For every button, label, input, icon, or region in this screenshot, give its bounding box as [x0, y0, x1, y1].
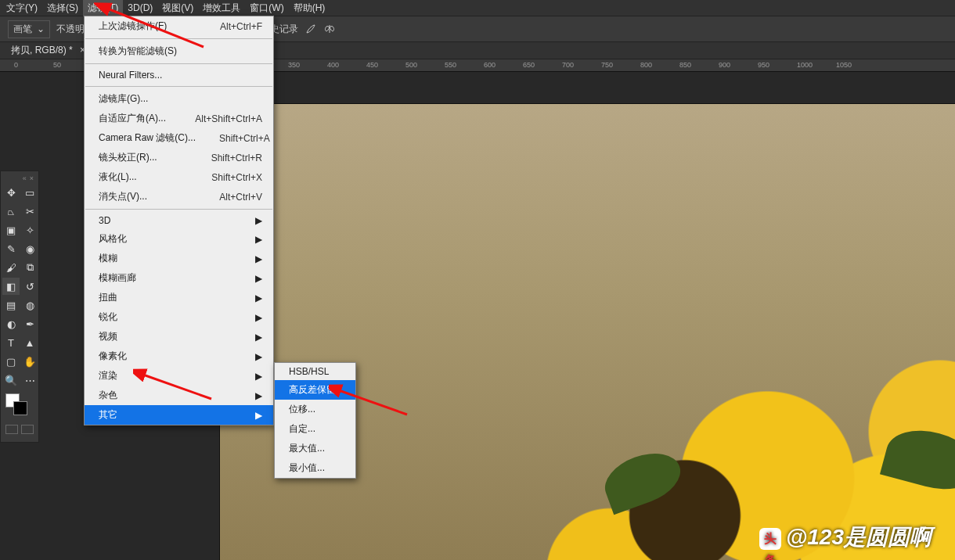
- brush-tool[interactable]: 🖌: [2, 259, 20, 276]
- menu-item-label: 3D: [99, 215, 255, 226]
- eyedropper-tool[interactable]: ✎: [2, 240, 20, 257]
- frame-tool[interactable]: ▣: [2, 221, 20, 239]
- menu-item[interactable]: Camera Raw 滤镜(C)...Shift+Ctrl+A: [85, 128, 273, 148]
- chevron-down-icon: ⌄: [37, 23, 45, 34]
- menu-item[interactable]: 选择(S): [42, 0, 83, 16]
- menu-shortcut: Shift+Ctrl+R: [211, 153, 262, 163]
- submenu-item[interactable]: 自定...: [275, 419, 355, 439]
- history-brush-tool[interactable]: ↺: [21, 278, 38, 295]
- screen-mode-buttons: [2, 425, 37, 434]
- gradient-tool[interactable]: ▤: [2, 296, 20, 314]
- filter-other-submenu: HSB/HSL高反差保留...位移...自定...最大值...最小值...: [274, 362, 356, 479]
- menu-item[interactable]: 转换为智能滤镜(S): [85, 41, 273, 61]
- menu-separator: [85, 209, 272, 210]
- brush-type-selector[interactable]: 画笔 ⌄: [8, 20, 50, 38]
- submenu-arrow-icon: ▶: [255, 410, 262, 421]
- pen-tool[interactable]: ✒: [21, 315, 38, 332]
- menu-item-label: 渲染: [99, 369, 255, 382]
- submenu-item[interactable]: 最小值...: [275, 458, 355, 478]
- image-content: [880, 422, 955, 499]
- submenu-item[interactable]: HSB/HSL: [275, 363, 355, 380]
- menu-item[interactable]: 模糊▶: [85, 249, 273, 268]
- submenu-item-label: 自定...: [289, 422, 344, 436]
- menu-item[interactable]: 像素化▶: [85, 346, 273, 366]
- menu-item-label: 转换为智能滤镜(S): [99, 45, 262, 58]
- menu-item[interactable]: 3D(D): [123, 1, 157, 15]
- menu-item-label: Neural Filters...: [99, 70, 262, 81]
- ruler-tick: 0: [14, 61, 18, 69]
- menu-item[interactable]: 视图(V): [157, 0, 198, 16]
- submenu-item[interactable]: 位移...: [275, 400, 355, 419]
- ruler-tick: 700: [562, 61, 574, 69]
- screenmode-button[interactable]: [21, 425, 34, 434]
- ruler-tick: 600: [484, 61, 496, 69]
- eraser-tool[interactable]: ◧: [2, 278, 20, 295]
- collapse-icon[interactable]: «: [23, 174, 27, 181]
- menu-item[interactable]: 锐化▶: [85, 307, 273, 327]
- menu-item[interactable]: 扭曲▶: [85, 288, 273, 307]
- menu-item[interactable]: 镜头校正(R)...Shift+Ctrl+R: [85, 148, 273, 167]
- color-swatches[interactable]: [2, 393, 37, 420]
- menu-item[interactable]: 滤镜库(G)...: [85, 89, 273, 109]
- ruler-tick: 750: [601, 61, 613, 69]
- menu-item[interactable]: 窗口(W): [245, 0, 288, 16]
- document-tab[interactable]: 拷贝, RGB/8) * ×: [3, 42, 93, 59]
- dodge-tool[interactable]: ◐: [2, 315, 20, 332]
- submenu-item[interactable]: 最大值...: [275, 439, 355, 458]
- menu-item[interactable]: Neural Filters...: [85, 66, 273, 84]
- menu-item[interactable]: 滤镜(T): [83, 0, 123, 16]
- rectangle-tool[interactable]: ▢: [2, 353, 20, 370]
- more-tool[interactable]: ⋯: [21, 372, 38, 389]
- background-swatch[interactable]: [13, 401, 27, 415]
- lasso-tool[interactable]: ⏢: [2, 203, 20, 220]
- ruler-tick: 500: [405, 61, 417, 69]
- marquee-tool[interactable]: ▭: [21, 184, 38, 201]
- menu-item[interactable]: 3D▶: [85, 212, 273, 229]
- menu-item[interactable]: 自适应广角(A)...Alt+Shift+Ctrl+A: [85, 109, 273, 128]
- watermark: 头条@123是圆圆啊: [759, 522, 932, 552]
- brush-settings-icon[interactable]: [305, 23, 317, 35]
- menu-item[interactable]: 消失点(V)...Alt+Ctrl+V: [85, 187, 273, 206]
- watermark-logo-icon: 头条: [759, 528, 781, 550]
- menu-item[interactable]: 渲染▶: [85, 366, 273, 386]
- submenu-arrow-icon: ▶: [255, 253, 262, 264]
- menu-shortcut: Alt+Shift+Ctrl+A: [195, 113, 262, 124]
- submenu-item-label: 高反差保留...: [289, 383, 367, 397]
- ruler-tick: 1000: [797, 61, 813, 69]
- menu-item[interactable]: 其它▶: [85, 405, 273, 425]
- menu-item[interactable]: 文字(Y): [2, 0, 42, 16]
- ruler-tick: 800: [640, 61, 652, 69]
- menu-shortcut: Shift+Ctrl+X: [211, 172, 262, 183]
- symmetry-icon[interactable]: [323, 23, 336, 35]
- menu-item-label: 扭曲: [99, 291, 255, 304]
- wand-tool[interactable]: ✧: [21, 221, 38, 239]
- menu-item[interactable]: 视频▶: [85, 327, 273, 346]
- ruler-tick: 1050: [836, 61, 852, 69]
- menu-item[interactable]: 杂色▶: [85, 386, 273, 405]
- menu-item[interactable]: 模糊画廊▶: [85, 268, 273, 288]
- ruler-tick: 650: [523, 61, 535, 69]
- menu-item[interactable]: 液化(L)...Shift+Ctrl+X: [85, 167, 273, 187]
- menu-item[interactable]: 风格化▶: [85, 229, 273, 249]
- menu-item[interactable]: 帮助(H): [289, 0, 330, 16]
- menu-item[interactable]: 上次滤镜操作(F)Alt+Ctrl+F: [85, 16, 273, 36]
- opacity-label: 不透明: [56, 23, 85, 36]
- menu-item-label: 锐化: [99, 311, 255, 324]
- move-tool[interactable]: ✥: [2, 184, 20, 201]
- zoom-tool[interactable]: 🔍: [2, 372, 20, 389]
- blur-tool[interactable]: ◍: [21, 296, 38, 314]
- type-tool[interactable]: T: [2, 334, 20, 351]
- quickmask-button[interactable]: [5, 425, 18, 434]
- hand-tool[interactable]: ✋: [21, 353, 38, 370]
- menu-item[interactable]: 增效工具: [198, 0, 245, 16]
- menu-item-label: 消失点(V)...: [99, 190, 219, 203]
- panel-header: « ×: [2, 174, 37, 184]
- close-icon[interactable]: ×: [30, 174, 34, 181]
- submenu-item[interactable]: 高反差保留...: [275, 380, 355, 400]
- clone-tool[interactable]: ⧉: [21, 259, 38, 276]
- submenu-arrow-icon: ▶: [255, 390, 262, 401]
- submenu-item-label: HSB/HSL: [289, 366, 352, 377]
- spot-heal-tool[interactable]: ◉: [21, 240, 38, 257]
- crop-tool[interactable]: ✂: [21, 203, 38, 220]
- path-select-tool[interactable]: ▲: [21, 334, 38, 351]
